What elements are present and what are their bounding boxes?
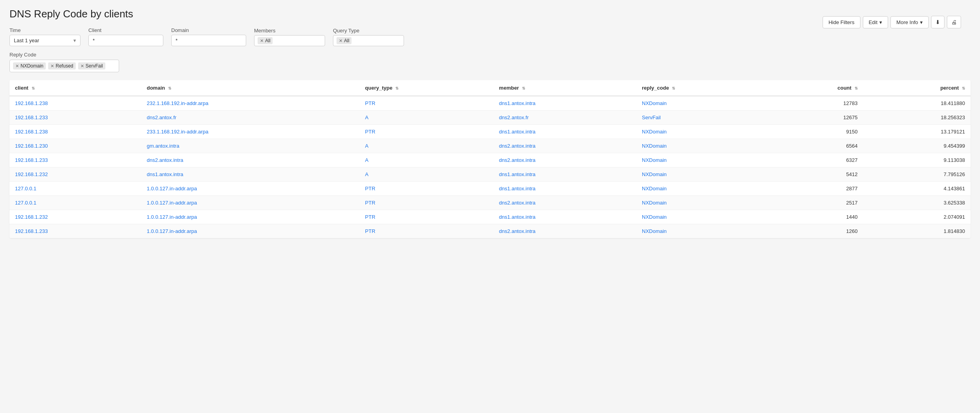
cell-percent: 13.179121 bbox=[863, 125, 971, 139]
link-query_type[interactable]: PTR bbox=[365, 228, 375, 234]
link-domain[interactable]: 1.0.0.127.in-addr.arpa bbox=[147, 214, 197, 220]
link-query_type[interactable]: A bbox=[365, 115, 368, 120]
domain-filter: Domain bbox=[171, 27, 246, 46]
tag-label: NXDomain bbox=[21, 63, 43, 69]
cell-client: 192.168.1.233 bbox=[9, 111, 141, 125]
remove-tag-icon[interactable]: ✕ bbox=[339, 39, 342, 43]
link-member[interactable]: dns2.antox.fr bbox=[499, 115, 529, 120]
download-icon: ⬇ bbox=[935, 19, 940, 25]
link-reply_code[interactable]: NXDomain bbox=[642, 129, 667, 135]
cell-domain: gm.antox.intra bbox=[141, 139, 359, 153]
remove-tag-icon[interactable]: ✕ bbox=[80, 64, 84, 68]
link-domain[interactable]: dns2.antox.fr bbox=[147, 115, 176, 120]
cell-count: 6564 bbox=[769, 139, 863, 153]
query-type-tags: ✕ All bbox=[333, 35, 404, 46]
cell-domain: 1.0.0.127.in-addr.arpa bbox=[141, 182, 359, 196]
link-member[interactable]: dns2.antox.intra bbox=[499, 200, 536, 206]
table-row: 192.168.1.233dns2.antox.intraAdns2.antox… bbox=[9, 153, 971, 167]
col-header-count[interactable]: count ⇅ bbox=[769, 80, 863, 96]
edit-button[interactable]: Edit ▾ bbox=[863, 16, 888, 28]
cell-client: 192.168.1.230 bbox=[9, 139, 141, 153]
domain-input[interactable] bbox=[171, 35, 246, 46]
domain-label: Domain bbox=[171, 27, 246, 33]
link-query_type[interactable]: PTR bbox=[365, 200, 375, 206]
link-query_type[interactable]: PTR bbox=[365, 129, 375, 135]
col-header-client[interactable]: client ⇅ bbox=[9, 80, 141, 96]
download-button[interactable]: ⬇ bbox=[931, 16, 944, 28]
cell-member: dns2.antox.intra bbox=[494, 153, 636, 167]
col-header-percent[interactable]: percent ⇅ bbox=[863, 80, 971, 96]
client-label: Client bbox=[88, 27, 163, 33]
link-domain[interactable]: dns2.antox.intra bbox=[147, 157, 183, 163]
link-member[interactable]: dns1.antox.intra bbox=[499, 186, 536, 191]
remove-tag-icon[interactable]: ✕ bbox=[15, 64, 19, 68]
link-client[interactable]: 192.168.1.232 bbox=[15, 171, 48, 177]
link-reply_code[interactable]: NXDomain bbox=[642, 200, 667, 206]
link-reply_code[interactable]: NXDomain bbox=[642, 228, 667, 234]
link-client[interactable]: 192.168.1.232 bbox=[15, 214, 48, 220]
link-client[interactable]: 192.168.1.230 bbox=[15, 143, 48, 149]
remove-tag-icon[interactable]: ✕ bbox=[260, 39, 264, 43]
link-member[interactable]: dns1.antox.intra bbox=[499, 214, 536, 220]
link-domain[interactable]: 1.0.0.127.in-addr.arpa bbox=[147, 228, 197, 234]
link-query_type[interactable]: A bbox=[365, 143, 368, 149]
cell-reply_code: NXDomain bbox=[636, 182, 769, 196]
link-domain[interactable]: 1.0.0.127.in-addr.arpa bbox=[147, 186, 197, 191]
cell-percent: 9.113038 bbox=[863, 153, 971, 167]
link-reply_code[interactable]: NXDomain bbox=[642, 157, 667, 163]
link-query_type[interactable]: PTR bbox=[365, 214, 375, 220]
link-domain[interactable]: gm.antox.intra bbox=[147, 143, 179, 149]
remove-tag-icon[interactable]: ✕ bbox=[50, 64, 54, 68]
link-member[interactable]: dns2.antox.intra bbox=[499, 143, 536, 149]
col-header-domain[interactable]: domain ⇅ bbox=[141, 80, 359, 96]
link-query_type[interactable]: A bbox=[365, 157, 368, 163]
reply-code-input[interactable] bbox=[108, 63, 116, 69]
link-member[interactable]: dns2.antox.intra bbox=[499, 228, 536, 234]
cell-query_type: A bbox=[359, 153, 494, 167]
link-member[interactable]: dns1.antox.intra bbox=[499, 100, 536, 106]
link-member[interactable]: dns2.antox.intra bbox=[499, 157, 536, 163]
link-domain[interactable]: 1.0.0.127.in-addr.arpa bbox=[147, 200, 197, 206]
link-query_type[interactable]: A bbox=[365, 171, 368, 177]
link-domain[interactable]: 232.1.168.192.in-addr.arpa bbox=[147, 100, 208, 106]
cell-query_type: PTR bbox=[359, 96, 494, 111]
link-member[interactable]: dns1.antox.intra bbox=[499, 129, 536, 135]
print-button[interactable]: 🖨 bbox=[947, 16, 961, 28]
col-header-member[interactable]: member ⇅ bbox=[494, 80, 636, 96]
link-query_type[interactable]: PTR bbox=[365, 100, 375, 106]
sort-icon: ⇅ bbox=[855, 86, 858, 90]
link-client[interactable]: 192.168.1.233 bbox=[15, 228, 48, 234]
cell-count: 9150 bbox=[769, 125, 863, 139]
reply-code-label: Reply Code bbox=[9, 52, 971, 58]
link-reply_code[interactable]: ServFail bbox=[642, 115, 661, 120]
col-header-query-type[interactable]: query_type ⇅ bbox=[359, 80, 494, 96]
more-info-button[interactable]: More Info ▾ bbox=[890, 16, 929, 28]
link-client[interactable]: 127.0.0.1 bbox=[15, 186, 36, 191]
link-reply_code[interactable]: NXDomain bbox=[642, 186, 667, 191]
cell-client: 192.168.1.233 bbox=[9, 153, 141, 167]
link-client[interactable]: 127.0.0.1 bbox=[15, 200, 36, 206]
members-filter: Members ✕ All bbox=[254, 28, 325, 46]
reply-code-section: Reply Code ✕ NXDomain ✕ Refused ✕ ServFa… bbox=[9, 52, 971, 72]
tag-label: ServFail bbox=[86, 63, 103, 69]
link-reply_code[interactable]: NXDomain bbox=[642, 171, 667, 177]
hide-filters-button[interactable]: Hide Filters bbox=[823, 16, 860, 28]
link-reply_code[interactable]: NXDomain bbox=[642, 214, 667, 220]
client-input[interactable] bbox=[88, 35, 163, 46]
link-domain[interactable]: 233.1.168.192.in-addr.arpa bbox=[147, 129, 208, 135]
table-row: 192.168.1.238232.1.168.192.in-addr.arpaP… bbox=[9, 96, 971, 111]
link-client[interactable]: 192.168.1.238 bbox=[15, 100, 48, 106]
time-select[interactable]: Last 1 year ▾ bbox=[9, 35, 80, 46]
link-domain[interactable]: dns1.antox.intra bbox=[147, 171, 183, 177]
cell-member: dns2.antox.intra bbox=[494, 139, 636, 153]
cell-domain: dns1.antox.intra bbox=[141, 167, 359, 182]
link-client[interactable]: 192.168.1.238 bbox=[15, 129, 48, 135]
link-client[interactable]: 192.168.1.233 bbox=[15, 115, 48, 120]
cell-reply_code: NXDomain bbox=[636, 153, 769, 167]
link-client[interactable]: 192.168.1.233 bbox=[15, 157, 48, 163]
link-reply_code[interactable]: NXDomain bbox=[642, 100, 667, 106]
link-member[interactable]: dns1.antox.intra bbox=[499, 171, 536, 177]
link-query_type[interactable]: PTR bbox=[365, 186, 375, 191]
col-header-reply-code[interactable]: reply_code ⇅ bbox=[636, 80, 769, 96]
link-reply_code[interactable]: NXDomain bbox=[642, 143, 667, 149]
